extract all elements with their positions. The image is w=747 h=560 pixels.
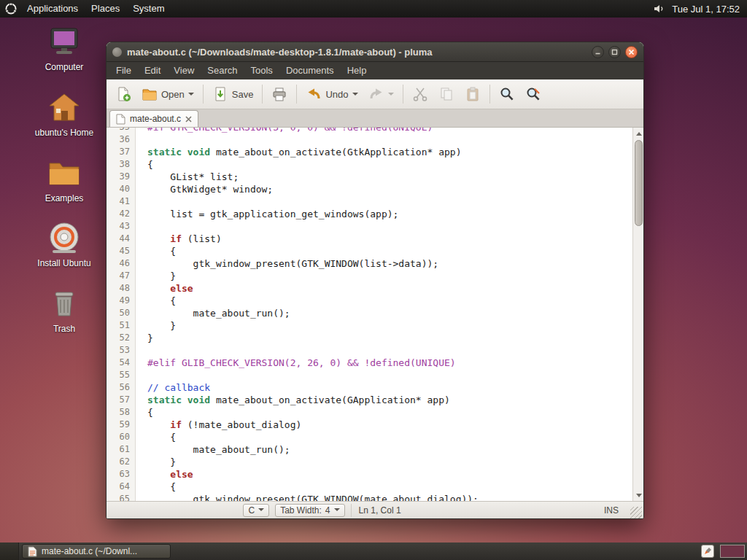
cursor-position: Ln 1, Col 1 <box>351 504 460 517</box>
menubar: File Edit View Search Tools Documents He… <box>107 62 643 79</box>
copy-button[interactable] <box>434 83 459 105</box>
save-icon <box>212 86 228 102</box>
tab-bar: mate-about.c <box>107 109 643 128</box>
cut-scissors-icon <box>412 86 428 102</box>
tab-width-combo[interactable]: Tab Width: 4 <box>275 504 344 517</box>
redo-button[interactable] <box>364 83 398 105</box>
replace-button[interactable] <box>521 83 546 105</box>
desktop-icon-install-ubuntu[interactable]: Install Ubuntu <box>28 221 101 269</box>
menu-places[interactable]: Places <box>85 0 126 18</box>
undo-label: Undo <box>325 89 348 100</box>
show-desktop-button[interactable] <box>0 542 19 560</box>
menu-file[interactable]: File <box>109 62 138 79</box>
tab-mate-about[interactable]: mate-about.c <box>109 110 198 127</box>
tab-width-label: Tab Width: <box>280 505 322 516</box>
vertical-scrollbar[interactable] <box>632 128 643 501</box>
desktop-icon-label: ubuntu's Home <box>35 128 93 139</box>
file-icon <box>116 114 125 125</box>
top-panel: Applications Places System Tue Jul 1, 17… <box>0 0 747 18</box>
open-button[interactable]: Open <box>137 83 198 105</box>
desktop-icon-home[interactable]: ubuntu's Home <box>28 90 101 139</box>
new-document-button[interactable] <box>111 83 136 105</box>
desktop-icon-label: Computer <box>45 63 84 73</box>
folder-icon <box>47 156 82 191</box>
taskbar-window-label: mate-about.c (~/Downl... <box>42 546 137 556</box>
ubuntu-logo-icon[interactable] <box>4 2 18 15</box>
titlebar[interactable]: mate-about.c (~/Downloads/mate-desktop-1… <box>107 42 643 62</box>
tab-width-value: 4 <box>325 505 330 516</box>
search-icon <box>499 86 515 102</box>
code-lines[interactable]: #if GTK_CHECK_VERSION(3, 0, 0) && !defin… <box>136 128 632 501</box>
print-button[interactable] <box>267 83 292 105</box>
home-icon <box>47 90 82 125</box>
language-combo[interactable]: C <box>243 504 269 517</box>
cut-button[interactable] <box>408 83 433 105</box>
desktop-icon-trash[interactable]: Trash <box>28 287 101 335</box>
undo-dropdown-arrow[interactable] <box>352 93 358 98</box>
undo-button[interactable]: Undo <box>301 83 362 105</box>
open-dropdown-arrow[interactable] <box>188 93 194 98</box>
toolbar: Open Save Undo <box>107 79 643 109</box>
new-document-icon <box>115 86 131 102</box>
copy-icon <box>438 86 454 102</box>
desktop-icon-label: Trash <box>53 324 75 335</box>
bottom-taskbar: mate-about.c (~/Downl... <box>0 542 747 560</box>
menu-documents[interactable]: Documents <box>279 62 341 79</box>
trash-icon <box>47 287 82 322</box>
status-bar: C Tab Width: 4 Ln 1, Col 1 INS <box>107 501 643 518</box>
maximize-button[interactable] <box>608 46 621 58</box>
menu-search[interactable]: Search <box>201 62 244 79</box>
pluma-window: mate-about.c (~/Downloads/mate-desktop-1… <box>106 42 644 519</box>
search-replace-icon <box>525 86 541 102</box>
desktop-icon-computer[interactable]: Computer <box>28 25 101 73</box>
scroll-up-icon[interactable] <box>634 128 643 138</box>
close-button[interactable] <box>625 46 638 58</box>
language-dropdown-arrow <box>258 508 264 514</box>
tray-icon[interactable] <box>701 545 714 558</box>
menu-help[interactable]: Help <box>341 62 374 79</box>
save-button[interactable]: Save <box>208 83 258 105</box>
computer-icon <box>47 25 82 60</box>
menu-view[interactable]: View <box>167 62 201 79</box>
pluma-window-icon <box>28 546 37 557</box>
paste-button[interactable] <box>460 83 485 105</box>
scrollbar-thumb[interactable] <box>635 140 643 226</box>
desktop-icon-label: Examples <box>45 194 84 204</box>
install-cd-icon <box>47 221 82 256</box>
menu-applications[interactable]: Applications <box>20 0 85 18</box>
open-label: Open <box>161 89 185 100</box>
minimize-button[interactable] <box>592 46 604 58</box>
redo-icon <box>368 86 384 102</box>
insert-mode-indicator: INS <box>595 505 627 516</box>
resize-grip[interactable] <box>630 507 642 518</box>
paste-clipboard-icon <box>465 86 481 102</box>
menu-edit[interactable]: Edit <box>138 62 167 79</box>
tab-close-icon[interactable] <box>185 116 192 122</box>
open-folder-icon <box>142 86 158 102</box>
volume-icon[interactable] <box>653 3 665 15</box>
save-label: Save <box>232 89 254 100</box>
line-numbers: 3536373839404142434445464748495051525354… <box>107 128 136 501</box>
menu-system[interactable]: System <box>126 0 171 18</box>
tab-label: mate-about.c <box>130 114 181 124</box>
scroll-down-icon[interactable] <box>634 491 643 500</box>
panel-clock[interactable]: Tue Jul 1, 17:52 <box>672 4 740 15</box>
print-icon <box>271 86 287 102</box>
find-button[interactable] <box>495 83 519 105</box>
taskbar-window-button[interactable]: mate-about.c (~/Downl... <box>22 544 171 559</box>
workspace-switcher[interactable] <box>720 545 745 558</box>
desktop-icon-examples[interactable]: Examples <box>28 156 101 204</box>
editor-area[interactable]: 3536373839404142434445464748495051525354… <box>107 128 643 501</box>
menu-tools[interactable]: Tools <box>244 62 279 79</box>
tab-width-dropdown-arrow <box>334 508 340 514</box>
desktop-icons: Computer ubuntu's Home Examples Install … <box>28 25 101 335</box>
window-menu-icon[interactable] <box>112 47 122 57</box>
undo-icon <box>306 86 322 102</box>
redo-dropdown-arrow[interactable] <box>388 93 394 98</box>
window-title: mate-about.c (~/Downloads/mate-desktop-1… <box>127 47 587 58</box>
language-value: C <box>248 505 255 516</box>
desktop-icon-label: Install Ubuntu <box>37 259 90 269</box>
